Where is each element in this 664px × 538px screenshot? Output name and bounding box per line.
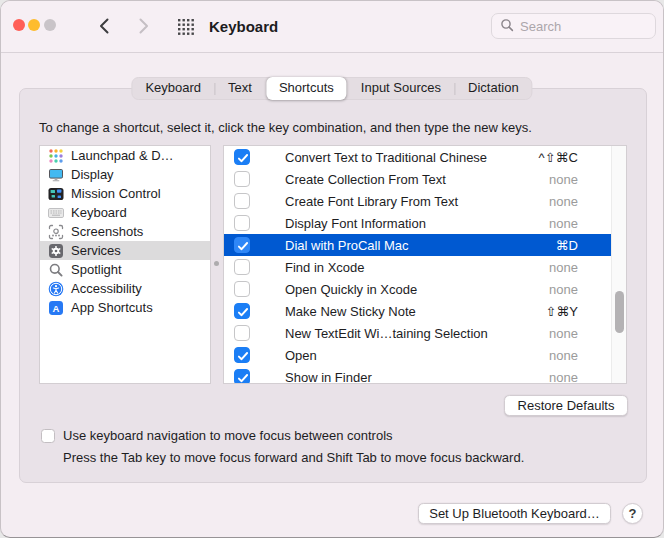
zoom-button[interactable] bbox=[44, 19, 56, 31]
services-icon bbox=[48, 243, 64, 259]
shortcut-label: New TextEdit Wi…taining Selection bbox=[285, 326, 488, 341]
shortcut-row[interactable]: Create Collection From Textnone bbox=[224, 168, 611, 190]
shortcut-label: Show in Finder bbox=[285, 370, 372, 385]
system-preferences-keyboard-window: Keyboard Search KeyboardTextShortcutsInp… bbox=[0, 0, 664, 538]
sidebar-item-display[interactable]: Display bbox=[40, 165, 210, 184]
shortcut-label: Open bbox=[285, 348, 317, 363]
checkbox-checked[interactable] bbox=[234, 369, 250, 384]
checkbox-unchecked[interactable] bbox=[234, 281, 250, 297]
sidebar-item-spotlight[interactable]: Spotlight bbox=[40, 260, 210, 279]
screenshots-icon bbox=[48, 224, 64, 240]
sidebar-item-screenshots[interactable]: Screenshots bbox=[40, 222, 210, 241]
shortcut-key: none bbox=[549, 194, 611, 209]
window-title: Keyboard bbox=[209, 1, 278, 53]
checkbox-unchecked[interactable] bbox=[234, 325, 250, 341]
shortcut-row[interactable]: Find in Xcodenone bbox=[224, 256, 611, 278]
keyboard-navigation-hint: Press the Tab key to move focus forward … bbox=[63, 450, 524, 465]
title-bar: Keyboard Search bbox=[1, 1, 663, 53]
checkbox-checked[interactable] bbox=[234, 303, 250, 319]
shortcut-row[interactable]: Display Font Informationnone bbox=[224, 212, 611, 234]
mission-control-icon bbox=[48, 186, 64, 202]
shortcut-row[interactable]: Create Font Library From Textnone bbox=[224, 190, 611, 212]
tab-shortcuts[interactable]: Shortcuts bbox=[266, 77, 347, 100]
sidebar-item-mission-control[interactable]: Mission Control bbox=[40, 184, 210, 203]
keyboard-navigation-checkbox[interactable] bbox=[41, 429, 55, 443]
sidebar-item-label: Spotlight bbox=[71, 262, 122, 277]
svg-text:A: A bbox=[53, 302, 60, 313]
checkbox-unchecked[interactable] bbox=[234, 193, 250, 209]
forward-button[interactable] bbox=[137, 17, 151, 37]
shortcuts-list: Convert Text to Traditional Chinese^⇧⌘CC… bbox=[223, 145, 627, 384]
vertical-scrollbar[interactable] bbox=[611, 146, 626, 383]
tab-input-sources[interactable]: Input Sources bbox=[348, 77, 454, 100]
shortcut-label: Open Quickly in Xcode bbox=[285, 282, 417, 297]
shortcut-label: Dial with ProCall Mac bbox=[285, 238, 409, 253]
instruction-text: To change a shortcut, select it, click t… bbox=[39, 120, 532, 135]
app-shortcuts-icon: A bbox=[48, 300, 64, 316]
search-field[interactable]: Search bbox=[491, 13, 656, 39]
minimize-button[interactable] bbox=[28, 19, 40, 31]
restore-defaults-button[interactable]: Restore Defaults bbox=[504, 395, 628, 416]
shortcut-key: none bbox=[549, 326, 611, 341]
sidebar-item-label: Mission Control bbox=[71, 186, 161, 201]
keyboard-navigation-label: Use keyboard navigation to move focus be… bbox=[63, 428, 393, 443]
spotlight-icon bbox=[48, 262, 64, 278]
shortcut-label: Find in Xcode bbox=[285, 260, 365, 275]
shortcut-key: ^⇧⌘C bbox=[539, 150, 611, 165]
display-icon bbox=[48, 167, 64, 183]
keyboard-icon bbox=[48, 205, 64, 221]
launchpad-icon bbox=[48, 148, 64, 164]
shortcut-categories-list: Launchpad & D…DisplayMission ControlKeyb… bbox=[39, 145, 211, 384]
sidebar-item-keyboard[interactable]: Keyboard bbox=[40, 203, 210, 222]
tab-bar: KeyboardTextShortcutsInput SourcesDictat… bbox=[131, 77, 532, 100]
shortcut-row[interactable]: Make New Sticky Note⇧⌘Y bbox=[224, 300, 611, 322]
scrollbar-thumb[interactable] bbox=[615, 291, 624, 333]
back-button[interactable] bbox=[97, 17, 111, 37]
sidebar-item-services[interactable]: Services bbox=[40, 241, 210, 260]
help-button[interactable]: ? bbox=[622, 503, 643, 524]
checkbox-unchecked[interactable] bbox=[234, 215, 250, 231]
shortcut-row[interactable]: Dial with ProCall Mac⌘D bbox=[224, 234, 611, 256]
sidebar-item-launchpad-d[interactable]: Launchpad & D… bbox=[40, 146, 210, 165]
shortcut-key: none bbox=[549, 216, 611, 231]
sidebar-item-label: App Shortcuts bbox=[71, 300, 153, 315]
search-icon bbox=[500, 18, 514, 35]
shortcut-key: none bbox=[549, 370, 611, 385]
shortcut-key: none bbox=[549, 260, 611, 275]
shortcut-key: none bbox=[549, 348, 611, 363]
shortcut-row[interactable]: Convert Text to Traditional Chinese^⇧⌘C bbox=[224, 146, 611, 168]
sidebar-item-label: Launchpad & D… bbox=[71, 148, 174, 163]
sidebar-item-label: Screenshots bbox=[71, 224, 143, 239]
shortcut-key: ⇧⌘Y bbox=[545, 304, 611, 319]
sidebar-item-app-shortcuts[interactable]: AApp Shortcuts bbox=[40, 298, 210, 317]
tab-keyboard[interactable]: Keyboard bbox=[132, 77, 214, 100]
shortcut-row[interactable]: Opennone bbox=[224, 344, 611, 366]
sidebar-item-label: Display bbox=[71, 167, 114, 182]
shortcut-key: none bbox=[549, 282, 611, 297]
checkbox-unchecked[interactable] bbox=[234, 171, 250, 187]
checkbox-unchecked[interactable] bbox=[234, 259, 250, 275]
sidebar-item-label: Services bbox=[71, 243, 121, 258]
checkbox-checked[interactable] bbox=[234, 149, 250, 165]
shortcut-key: ⌘D bbox=[556, 238, 611, 253]
shortcut-row[interactable]: Show in Findernone bbox=[224, 366, 611, 384]
checkbox-checked[interactable] bbox=[234, 347, 250, 363]
shortcut-row[interactable]: New TextEdit Wi…taining Selectionnone bbox=[224, 322, 611, 344]
close-button[interactable] bbox=[13, 19, 25, 31]
shortcut-key: none bbox=[549, 172, 611, 187]
shortcut-row[interactable]: Open Quickly in Xcodenone bbox=[224, 278, 611, 300]
show-all-grid-icon[interactable] bbox=[176, 18, 196, 36]
sidebar-item-label: Accessibility bbox=[71, 281, 142, 296]
shortcut-label: Create Collection From Text bbox=[285, 172, 446, 187]
shortcut-label: Create Font Library From Text bbox=[285, 194, 458, 209]
tab-dictation[interactable]: Dictation bbox=[455, 77, 532, 100]
accessibility-icon bbox=[48, 281, 64, 297]
sidebar-item-accessibility[interactable]: Accessibility bbox=[40, 279, 210, 298]
sidebar-item-label: Keyboard bbox=[71, 205, 127, 220]
set-up-bluetooth-keyboard-button[interactable]: Set Up Bluetooth Keyboard… bbox=[418, 503, 611, 524]
shortcut-label: Make New Sticky Note bbox=[285, 304, 416, 319]
chevron-right-icon bbox=[138, 23, 150, 38]
tab-text[interactable]: Text bbox=[215, 77, 265, 100]
shortcut-label: Display Font Information bbox=[285, 216, 426, 231]
checkbox-checked[interactable] bbox=[234, 237, 250, 253]
